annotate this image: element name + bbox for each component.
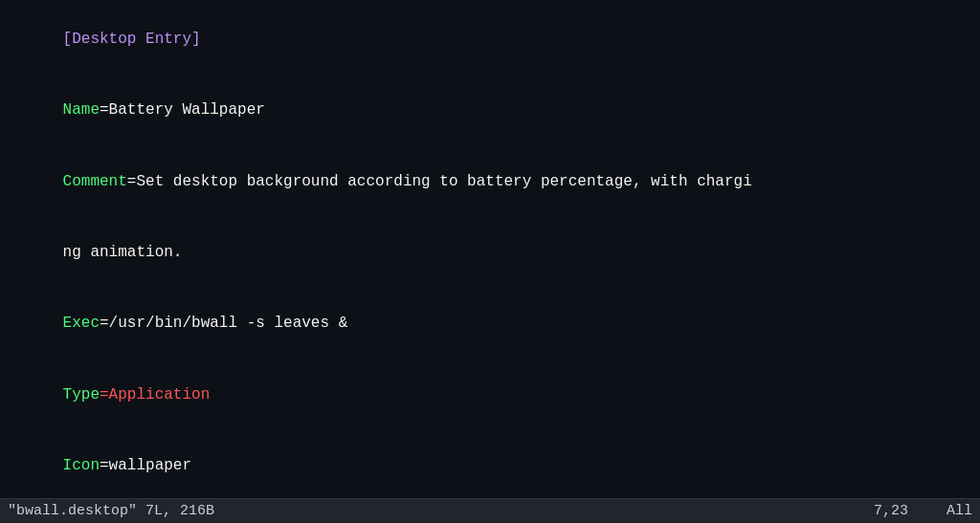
line-7: Icon=wallpaper — [8, 430, 972, 498]
line-2-key: Name — [63, 101, 100, 119]
status-position: 7,23 — [874, 501, 908, 521]
line-6-key: Type — [63, 386, 100, 403]
line-2: Name=Battery Wallpaper — [8, 75, 972, 145]
line-5-value: =/usr/bin/bwall -s leaves & — [100, 315, 347, 332]
line-7-key: Icon — [63, 457, 100, 474]
status-right: 7,23 All — [874, 501, 972, 521]
status-bar: "bwall.desktop" 7L, 216B 7,23 All — [0, 498, 980, 523]
line-6: Type=Application — [8, 360, 972, 430]
line-1-text: [Desktop Entry] — [63, 31, 201, 48]
line-4: ng animation. — [8, 217, 972, 288]
line-3-value: =Set desktop background according to bat… — [127, 173, 752, 190]
status-filename: "bwall.desktop" 7L, 216B — [8, 501, 214, 521]
editor: [Desktop Entry] Name=Battery Wallpaper C… — [0, 0, 980, 523]
line-5: Exec=/usr/bin/bwall -s leaves & — [8, 289, 972, 360]
line-3: Comment=Set desktop background according… — [8, 146, 972, 217]
line-3-key: Comment — [63, 173, 127, 190]
line-4-text: ng animation. — [63, 244, 183, 261]
line-6-value: =Application — [100, 386, 210, 403]
content-area[interactable]: [Desktop Entry] Name=Battery Wallpaper C… — [0, 0, 980, 498]
line-7-value: =wallpaper — [100, 457, 191, 474]
line-5-key: Exec — [63, 315, 100, 332]
line-2-value: =Battery Wallpaper — [100, 101, 265, 119]
line-1: [Desktop Entry] — [8, 4, 972, 75]
status-view: All — [947, 501, 972, 521]
